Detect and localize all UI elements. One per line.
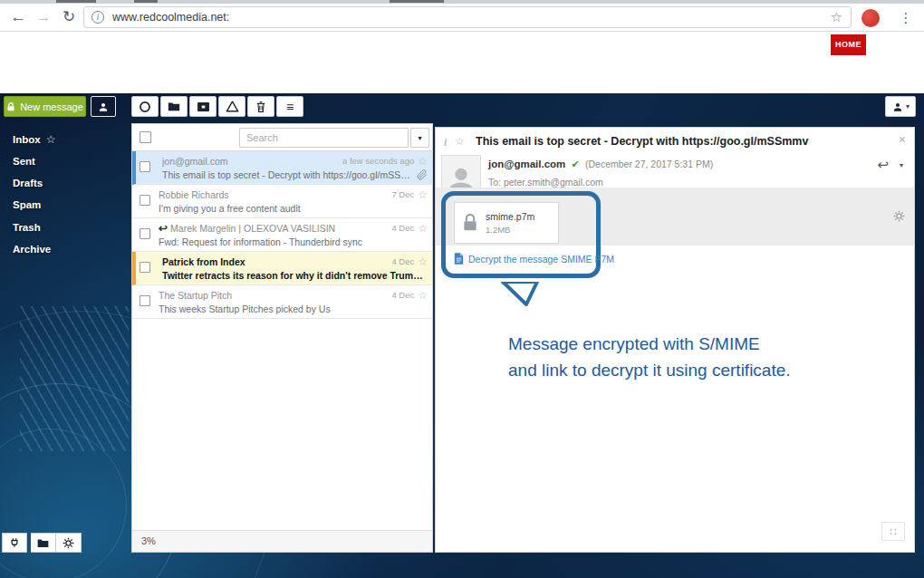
menu-lines-icon: ≡: [286, 101, 294, 113]
email-row[interactable]: ↩ Marek Margelin | OLEXOVA VASILISIN 4 D…: [132, 218, 432, 252]
sidebar-item-trash[interactable]: Trash: [13, 217, 41, 237]
email-subject: Fwd: Request for information - Thunderbi…: [159, 236, 428, 247]
circle-icon: [139, 101, 151, 113]
select-checkbox[interactable]: [140, 295, 150, 306]
plugins-button[interactable]: [2, 533, 27, 553]
spam-button[interactable]: [218, 96, 245, 117]
fullscreen-button[interactable]: [881, 522, 905, 541]
browser-profile-avatar[interactable]: [861, 9, 880, 27]
attachment-name: smime.p7m: [486, 211, 558, 222]
search-input[interactable]: [239, 128, 409, 148]
decrypt-link[interactable]: Decrypt the message SMIME P7M: [454, 253, 614, 265]
message-actions-toolbar: ≡: [131, 96, 303, 117]
email-subject: I'm giving you a free content audit: [159, 203, 428, 214]
decrypt-link-label: Decrypt the message SMIME P7M: [468, 254, 614, 265]
email-subject: This email is top secret - Decrypt with …: [162, 169, 413, 180]
star-icon[interactable]: ☆: [418, 255, 428, 268]
person-icon: [891, 101, 904, 113]
reply-icon[interactable]: ↩: [877, 157, 889, 173]
archive-button[interactable]: [189, 96, 217, 117]
folders-button[interactable]: [31, 533, 56, 553]
refresh-icon[interactable]: ↻: [58, 6, 80, 28]
screenshot-stage: ← → ↻ i www.redcoolmedia.net: ☆ ⋮ HOME N…: [0, 0, 924, 578]
sidebar-bottom-toolbar: [2, 533, 82, 553]
page-header: HOME: [0, 32, 924, 93]
sidebar-item-archive[interactable]: Archive: [13, 239, 51, 259]
star-icon[interactable]: ☆: [418, 289, 428, 302]
sidebar-label: Spam: [13, 199, 41, 210]
sidebar-item-inbox[interactable]: Inbox☆: [13, 130, 55, 149]
sidebar-label: Archive: [13, 244, 51, 255]
tab-remnant: [56, 0, 96, 3]
new-message-button[interactable]: New message: [4, 96, 86, 117]
reply-options-caret-icon[interactable]: ▾: [900, 161, 903, 169]
contact-person-icon: [97, 101, 110, 113]
account-menu-button[interactable]: ▾: [885, 96, 916, 117]
select-checkbox[interactable]: [140, 161, 150, 172]
star-icon[interactable]: ☆: [418, 222, 428, 235]
star-icon[interactable]: ☆: [418, 188, 428, 201]
check-messages-button[interactable]: [131, 96, 159, 117]
callout-bubble-tail: [501, 282, 541, 306]
replied-icon: ↩: [159, 222, 168, 235]
star-icon[interactable]: ☆: [455, 135, 465, 148]
browser-menu-icon[interactable]: ⋮: [897, 7, 915, 29]
url-text[interactable]: www.redcoolmedia.net:: [112, 11, 831, 24]
page-info-icon[interactable]: i: [91, 11, 104, 24]
email-subject: Twitter retracts its reason for why it d…: [162, 270, 428, 281]
plug-icon: [9, 537, 20, 548]
email-sender: Marek Margelin | OLEXOVA VASILISIN: [170, 223, 386, 234]
close-icon[interactable]: ×: [899, 132, 906, 147]
info-icon[interactable]: i: [444, 136, 447, 149]
contacts-button[interactable]: [91, 96, 116, 117]
star-icon[interactable]: ☆: [418, 155, 428, 168]
sidebar-label: Inbox: [13, 134, 41, 145]
message-subject: This email is top secret - Decrypt with …: [476, 135, 887, 148]
address-bar[interactable]: i www.redcoolmedia.net: ☆: [83, 6, 852, 28]
home-button[interactable]: HOME: [831, 34, 866, 55]
email-sender: jon@gmail.com: [162, 156, 337, 167]
more-actions-button[interactable]: ≡: [276, 96, 303, 117]
email-date: 4 Dec: [391, 223, 414, 233]
sidebar-item-drafts[interactable]: Drafts: [13, 173, 43, 193]
sidebar-item-spam[interactable]: Spam: [13, 195, 41, 215]
email-rows: jon@gmail.com a few seconds ago ☆ This e…: [132, 151, 432, 319]
browser-toolbar: ← → ↻ i www.redcoolmedia.net: ☆ ⋮: [0, 4, 924, 32]
archive-box-icon: [197, 102, 209, 111]
back-icon[interactable]: ←: [7, 6, 29, 28]
delete-button[interactable]: [247, 96, 274, 117]
sidebar-item-sent[interactable]: Sent: [13, 151, 35, 171]
select-checkbox[interactable]: [140, 195, 150, 206]
sidebar-label: Trash: [13, 222, 41, 233]
bookmark-star-icon[interactable]: ☆: [831, 9, 842, 25]
annotation-line-2: and link to decrypt it using certificate…: [508, 357, 791, 383]
star-icon[interactable]: ☆: [46, 133, 56, 146]
attachment-size: 1.2MB: [486, 225, 558, 235]
document-icon: [454, 253, 464, 265]
folder-icon: [37, 538, 49, 548]
email-sender: Patrick from Index: [162, 256, 386, 267]
forward-icon[interactable]: →: [33, 6, 54, 28]
move-to-folder-button[interactable]: [160, 96, 188, 117]
email-row-highlighted[interactable]: Patrick from Index 4 Dec ☆ Twitter retra…: [132, 252, 432, 285]
select-all-checkbox[interactable]: [140, 131, 151, 143]
email-date: a few seconds ago: [342, 156, 414, 166]
expand-icon: [887, 526, 900, 537]
email-sender: The Startup Pitch: [159, 290, 386, 301]
select-checkbox[interactable]: [140, 262, 150, 273]
verified-check-icon: ✔: [572, 159, 580, 169]
email-date: 7 Dec: [391, 189, 414, 199]
email-row-selected[interactable]: jon@gmail.com a few seconds ago ☆ This e…: [132, 151, 432, 185]
search-options-button[interactable]: ▾: [410, 128, 429, 148]
select-checkbox[interactable]: [140, 228, 150, 239]
email-sender: Robbie Richards: [159, 189, 386, 200]
attachment-card[interactable]: smime.p7m 1.2MB: [454, 202, 559, 244]
email-row[interactable]: Robbie Richards 7 Dec ☆ I'm giving you a…: [132, 185, 432, 218]
lock-icon: [455, 212, 486, 234]
message-settings-gear-icon[interactable]: [893, 209, 905, 226]
settings-button[interactable]: [56, 533, 82, 553]
sender-address: jon@gmail.com: [488, 159, 565, 169]
email-list-panel: ▾ jon@gmail.com a few seconds ago ☆ This…: [131, 123, 433, 553]
email-row[interactable]: The Startup Pitch 4 Dec ☆ This weeks Sta…: [132, 285, 432, 319]
sidebar-label: Sent: [13, 156, 35, 167]
